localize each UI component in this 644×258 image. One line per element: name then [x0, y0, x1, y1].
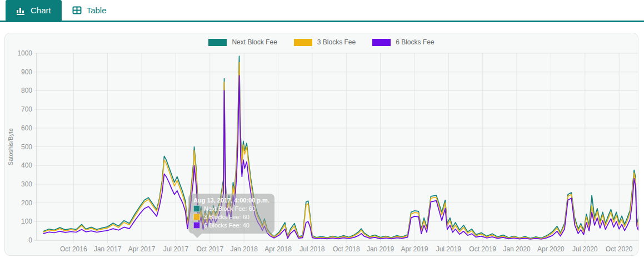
tab-chart[interactable]: Chart: [6, 0, 62, 21]
tooltip-row: 6 Blocks Fee: 40: [193, 222, 269, 229]
y-tick-label: 700: [21, 105, 32, 113]
tab-table[interactable]: Table: [62, 0, 117, 21]
legend-swatch-6-blocks-fee: [372, 39, 391, 46]
bar-chart-icon: [16, 6, 26, 15]
x-tick-label: Jan 2017: [94, 245, 122, 253]
x-tick-label: Apr 2018: [264, 245, 292, 253]
legend-item-3-blocks-fee[interactable]: 3 Blocks Fee: [294, 38, 356, 46]
chart-tooltip: Aug 13, 2017, 4:00:00 p.m. Next Block Fe…: [188, 194, 274, 234]
x-tick-label: Oct 2017: [196, 245, 223, 253]
tab-table-label: Table: [87, 6, 107, 15]
tooltip-value-3-blocks-fee: 3 Blocks Fee: 60: [204, 214, 249, 220]
y-tick-label: 100: [21, 217, 32, 225]
legend-item-next-block-fee[interactable]: Next Block Fee: [208, 38, 277, 46]
x-tick-label: Oct 2020: [606, 245, 633, 253]
tooltip-swatch-3-blocks-fee: [193, 214, 200, 220]
series-line-3-blocks-fee: [43, 63, 638, 239]
tooltip-value-next-block-fee: Next Block Fee: 60: [204, 205, 256, 212]
series-line-6-blocks-fee: [43, 75, 638, 239]
tooltip-swatch-6-blocks-fee: [193, 222, 200, 229]
x-tick-label: Oct 2019: [469, 245, 496, 253]
y-tick-label: 400: [21, 161, 32, 169]
x-tick-label: Jan 2018: [230, 245, 258, 253]
chart-legend: Next Block Fee 3 Blocks Fee 6 Blocks Fee: [5, 38, 638, 46]
tab-chart-label: Chart: [31, 6, 51, 15]
x-tick-label: Jul 2017: [163, 245, 189, 253]
x-tick-label: Oct 2016: [60, 245, 87, 253]
y-axis-title: Satoshis/Byte: [7, 128, 14, 165]
x-tick-label: Jan 2019: [367, 245, 395, 253]
y-tick-label: 500: [21, 143, 32, 151]
legend-label-next-block-fee: Next Block Fee: [232, 38, 277, 46]
legend-label-3-blocks-fee: 3 Blocks Fee: [317, 38, 356, 46]
tooltip-swatch-next-block-fee: [193, 205, 200, 212]
legend-swatch-3-blocks-fee: [294, 39, 312, 46]
tab-bar: Chart Table: [0, 0, 644, 22]
chart-card: Next Block Fee 3 Blocks Fee 6 Blocks Fee…: [4, 33, 638, 256]
x-tick-label: Apr 2019: [401, 245, 428, 253]
table-icon: [72, 6, 82, 15]
y-tick-label: 900: [21, 68, 32, 76]
x-tick-label: Jul 2018: [299, 245, 325, 253]
tooltip-value-6-blocks-fee: 6 Blocks Fee: 40: [204, 222, 249, 229]
x-tick-label: Oct 2018: [333, 245, 360, 253]
y-tick-label: 1000: [17, 49, 32, 57]
x-tick-label: Apr 2017: [128, 245, 156, 253]
legend-swatch-next-block-fee: [208, 39, 227, 46]
x-tick-label: Jul 2020: [572, 245, 598, 253]
legend-label-6-blocks-fee: 6 Blocks Fee: [396, 38, 434, 46]
tooltip-row: Next Block Fee: 60: [193, 205, 269, 212]
y-tick-label: 200: [21, 199, 32, 207]
x-tick-label: Apr 2020: [537, 245, 565, 253]
legend-item-6-blocks-fee[interactable]: 6 Blocks Fee: [372, 38, 434, 46]
tooltip-title: Aug 13, 2017, 4:00:00 p.m.: [193, 197, 269, 204]
fee-history-chart[interactable]: 01002003004005006007008009001000Oct 2016…: [5, 33, 638, 255]
y-tick-label: 300: [21, 180, 32, 188]
series-line-next-block-fee: [43, 56, 638, 239]
tooltip-caret: [193, 234, 202, 238]
tooltip-row: 3 Blocks Fee: 60: [193, 214, 269, 220]
x-tick-label: Jan 2020: [503, 245, 531, 253]
y-tick-label: 800: [21, 87, 32, 94]
y-tick-label: 600: [21, 124, 32, 132]
x-tick-label: Jul 2019: [436, 245, 462, 253]
y-tick-label: 0: [28, 236, 32, 244]
